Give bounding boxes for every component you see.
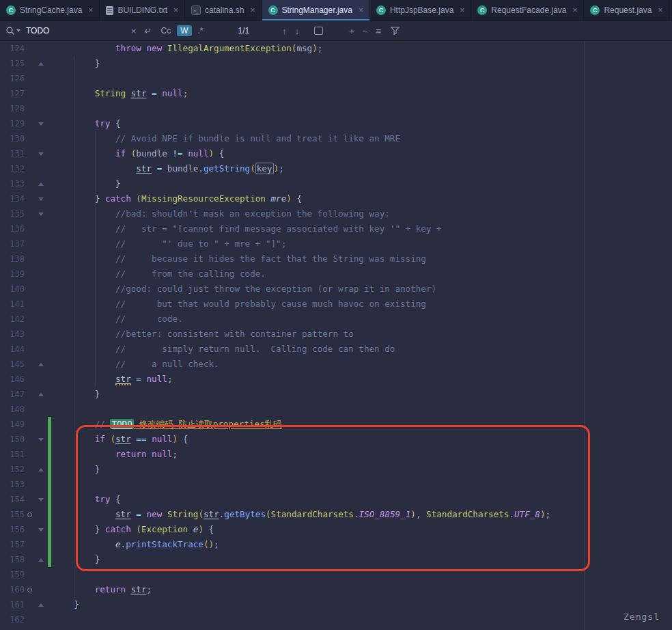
code-line-137[interactable]: 137 // "' due to " + mre + "]"; xyxy=(0,236,672,251)
code-line-144[interactable]: 144 // simply return null. Calling code … xyxy=(0,342,672,357)
code-area[interactable]: 124 throw new IllegalArgumentException(m… xyxy=(0,41,672,627)
code-line-152[interactable]: 152 } xyxy=(0,462,672,477)
code-line-131[interactable]: 131 if (bundle != null) { xyxy=(0,146,672,161)
search-input[interactable]: TODO xyxy=(26,26,126,36)
tab-close-icon[interactable]: × xyxy=(359,5,363,15)
code-line-136[interactable]: 136 // str = "[cannot find message assoc… xyxy=(0,221,672,236)
tab-catalina-sh[interactable]: >_catalina.sh× xyxy=(185,0,262,20)
tab-mess[interactable]: CMess× xyxy=(669,0,672,20)
code-line-156[interactable]: 156 } catch (Exception e) { xyxy=(0,522,672,537)
code-line-148[interactable]: 148 xyxy=(0,402,672,417)
vcs-change-bar xyxy=(48,522,51,537)
code-text: //better: consistent with container patt… xyxy=(53,327,354,342)
token-p: bundle. xyxy=(162,163,204,174)
select-all-occurrences-icon[interactable]: ≡ xyxy=(373,26,384,36)
token-c: // str = "[cannot find message associate… xyxy=(115,223,442,234)
gutter-circle-slot xyxy=(25,41,34,56)
code-line-160[interactable]: 160 return str; xyxy=(0,582,672,597)
tab-close-icon[interactable]: × xyxy=(173,5,178,15)
toggle-regex[interactable]: .* xyxy=(195,25,207,36)
fold-slot xyxy=(34,86,48,101)
tab-requestfacade-java[interactable]: CRequestFacade.java× xyxy=(471,0,584,20)
code-text: //bad: shouldn't mask an exception the f… xyxy=(53,206,390,221)
code-line-161[interactable]: 161 } xyxy=(0,597,672,612)
code-line-141[interactable]: 141 // but that would probably cause muc… xyxy=(0,297,672,312)
fold-end-icon[interactable] xyxy=(34,552,48,567)
code-line-134[interactable]: 134 } catch (MissingResourceException mr… xyxy=(0,191,672,206)
code-line-146[interactable]: 146 str = null; xyxy=(0,372,672,387)
toggle-match-case[interactable]: Cc xyxy=(158,25,175,36)
code-line-145[interactable]: 145 // a null check. xyxy=(0,357,672,372)
code-line-149[interactable]: 149 // TODO 修改编码 防止读取properties乱码 xyxy=(0,417,672,432)
fold-start-icon[interactable] xyxy=(34,116,48,131)
fold-end-icon[interactable] xyxy=(34,462,48,477)
code-line-126[interactable]: 126 xyxy=(0,71,672,86)
code-line-138[interactable]: 138 // because it hides the fact that th… xyxy=(0,251,672,266)
line-number: 154 xyxy=(0,492,25,507)
code-line-155[interactable]: 155 str = new String(str.getBytes(Standa… xyxy=(0,507,672,522)
token-vw: str xyxy=(115,374,131,385)
code-line-151[interactable]: 151 return null; xyxy=(0,447,672,462)
prev-occurrence-icon[interactable]: ↑ xyxy=(279,26,290,36)
tab-stringcache-java[interactable]: CStringCache.java× xyxy=(0,0,100,20)
tab-close-icon[interactable]: × xyxy=(572,5,577,15)
code-line-143[interactable]: 143 //better: consistent with container … xyxy=(0,327,672,342)
tab-close-icon[interactable]: × xyxy=(88,5,93,15)
code-line-130[interactable]: 130 // Avoid NPE if bundle is null and t… xyxy=(0,131,672,146)
search-history-chevron-icon[interactable] xyxy=(16,29,20,32)
fold-end-icon[interactable] xyxy=(34,56,48,71)
toggle-words[interactable]: W xyxy=(177,25,191,36)
code-line-124[interactable]: 124 throw new IllegalArgumentException(m… xyxy=(0,41,672,56)
fold-end-icon[interactable] xyxy=(34,387,48,402)
tab-building-txt[interactable]: BUILDING.txt× xyxy=(100,0,185,20)
code-line-125[interactable]: 125 } xyxy=(0,56,672,71)
code-line-147[interactable]: 147 } xyxy=(0,387,672,402)
code-line-157[interactable]: 157 e.printStackTrace(); xyxy=(0,537,672,552)
line-number: 125 xyxy=(0,56,25,71)
fold-start-icon[interactable] xyxy=(34,146,48,161)
fold-slot xyxy=(34,582,48,597)
code-line-139[interactable]: 139 // from the calling code. xyxy=(0,266,672,282)
tab-close-icon[interactable]: × xyxy=(250,5,255,15)
fold-start-icon[interactable] xyxy=(34,522,48,537)
code-line-133[interactable]: 133 } xyxy=(0,176,672,191)
search-icon[interactable] xyxy=(5,26,20,36)
newline-icon[interactable]: ↵ xyxy=(142,26,155,36)
code-text: } catch (MissingResourceException mre) { xyxy=(53,191,302,206)
remove-occurrence-icon[interactable]: − xyxy=(360,26,371,36)
code-line-158[interactable]: 158 } xyxy=(0,552,672,567)
tab-close-icon[interactable]: × xyxy=(658,5,662,15)
fold-end-icon[interactable] xyxy=(34,597,48,612)
fold-start-icon[interactable] xyxy=(34,206,48,221)
filter-icon[interactable] xyxy=(391,27,400,35)
fold-end-icon[interactable] xyxy=(34,357,48,372)
vcs-change-bar xyxy=(48,477,51,492)
open-results-icon[interactable] xyxy=(314,27,323,35)
code-line-132[interactable]: 132 str = bundle.getString(key); xyxy=(0,161,672,176)
tab-close-icon[interactable]: × xyxy=(460,5,464,15)
token-k: null xyxy=(188,148,208,159)
fold-start-icon[interactable] xyxy=(34,432,48,447)
code-line-140[interactable]: 140 //good: could just throw the excepti… xyxy=(0,282,672,297)
code-line-154[interactable]: 154 try { xyxy=(0,492,672,507)
clear-search-icon[interactable]: × xyxy=(128,26,139,36)
code-line-153[interactable]: 153 xyxy=(0,477,672,492)
fold-start-icon[interactable] xyxy=(34,191,48,206)
code-line-162[interactable]: 162 xyxy=(0,612,672,627)
code-line-128[interactable]: 128 xyxy=(0,101,672,116)
code-line-129[interactable]: 129 try { xyxy=(0,116,672,131)
tab-request-java[interactable]: CRequest.java× xyxy=(584,0,669,20)
next-occurrence-icon[interactable]: ↓ xyxy=(292,26,303,36)
code-line-135[interactable]: 135 //bad: shouldn't mask an exception t… xyxy=(0,206,672,221)
code-line-127[interactable]: 127 String str = null; xyxy=(0,86,672,101)
add-occurrence-icon[interactable]: + xyxy=(346,26,357,36)
indent-guide xyxy=(95,131,96,387)
code-line-142[interactable]: 142 // code. xyxy=(0,312,672,327)
code-line-159[interactable]: 159 xyxy=(0,567,672,582)
fold-start-icon[interactable] xyxy=(34,492,48,507)
tab-httpjspbase-java[interactable]: CHttpJspBase.java× xyxy=(370,0,471,20)
code-line-150[interactable]: 150 if (str == null) { xyxy=(0,432,672,447)
tab-stringmanager-java[interactable]: CStringManager.java× xyxy=(262,0,370,20)
code-text: // str = "[cannot find message associate… xyxy=(53,221,442,236)
fold-end-icon[interactable] xyxy=(34,176,48,191)
